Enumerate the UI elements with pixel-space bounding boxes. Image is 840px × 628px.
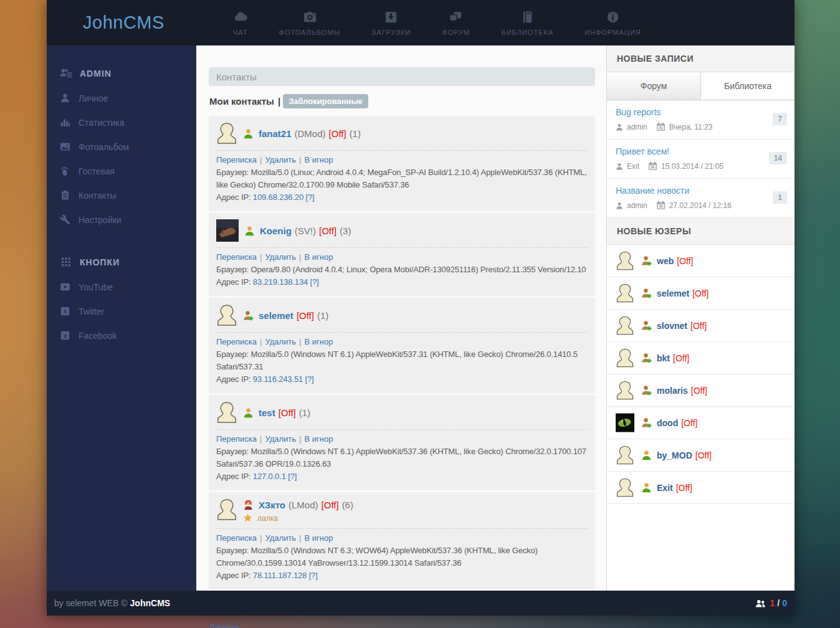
sidebar-item-statistics[interactable]: Статистика — [47, 110, 196, 135]
post-count-badge: 7 — [773, 113, 787, 125]
contact-name-link[interactable]: fanat21 — [259, 128, 292, 139]
action-delete-link[interactable]: Удалить — [265, 533, 296, 543]
johncms-logo[interactable]: JohnCMS — [83, 12, 188, 33]
ip-link[interactable]: 109.68.236.20 — [253, 193, 303, 202]
avatar[interactable] — [616, 250, 634, 271]
ip-link[interactable]: 93.116.243.51 — [253, 374, 303, 384]
action-messages-link[interactable]: Переписка — [216, 252, 257, 262]
avatar[interactable] — [216, 401, 237, 424]
user-status-icon — [243, 128, 254, 139]
sidebar-item-settings[interactable]: Настройки — [47, 207, 196, 232]
nav-item-information[interactable]: ИНФОРМАЦИЯ — [569, 10, 656, 36]
post-title-link[interactable]: Название новости — [616, 186, 786, 196]
avatar[interactable] — [616, 412, 634, 433]
blocked-button[interactable]: Заблокированные — [283, 94, 368, 108]
user-add-status-icon — [641, 320, 652, 331]
post-author: admin — [627, 201, 647, 210]
action-messages-link[interactable]: Переписка — [216, 155, 257, 164]
ip-help-link[interactable]: [?] — [306, 193, 315, 202]
contact-name-link[interactable]: selemet — [259, 310, 294, 321]
nav-item-chat[interactable]: ЧАТ — [217, 10, 264, 36]
ip-help-link[interactable]: [?] — [288, 472, 297, 481]
ip-link[interactable]: 127.0.0.1 — [253, 472, 286, 481]
user-add-status-icon — [641, 385, 652, 396]
action-messages-link[interactable]: Переписка — [216, 533, 257, 543]
action-messages-link[interactable]: Переписка — [216, 337, 257, 346]
nav-label: ФОТОАЛЬБОМЫ — [279, 29, 341, 36]
action-delete-link[interactable]: Удалить — [265, 252, 296, 262]
nav-item-photoalbums[interactable]: ФОТОАЛЬБОМЫ — [264, 10, 356, 36]
footer-brand-link[interactable]: JohnCMS — [130, 598, 171, 608]
user-name-link[interactable]: slovnet — [657, 321, 687, 331]
action-ignore-link[interactable]: В игнор — [304, 533, 333, 543]
action-ignore-link[interactable]: В игнор — [304, 155, 333, 164]
link-separator: | — [260, 337, 262, 346]
nav-label: ИНФОРМАЦИЯ — [585, 29, 641, 36]
post-title-link[interactable]: Bug reports — [616, 107, 786, 117]
sidebar-item-youtube[interactable]: YouTube — [47, 275, 196, 299]
avatar[interactable] — [616, 477, 634, 498]
user-add-status-icon — [243, 310, 254, 321]
tab-my-contacts[interactable]: Мои контакты — [209, 96, 274, 107]
sidebar-item-personal[interactable]: Личное — [47, 86, 196, 110]
sidebar-item-facebook[interactable]: Facebook — [47, 323, 196, 348]
person-icon — [616, 202, 623, 209]
user-name-link[interactable]: web — [657, 256, 674, 266]
avatar[interactable] — [216, 498, 237, 521]
avatar[interactable] — [216, 122, 237, 145]
contact-name-link[interactable]: ХЗкто — [259, 500, 285, 510]
nav-item-forum[interactable]: ФОРУМ — [426, 10, 485, 36]
user-name-link[interactable]: selemet — [657, 288, 689, 298]
contact-name-link[interactable]: test — [259, 407, 275, 418]
top-navbar: JohnCMS ЧАТ ФОТОАЛЬБОМЫ ЗАГРУЗКИ ФОРУМ Б… — [47, 0, 795, 45]
ip-help-link[interactable]: [?] — [310, 277, 319, 287]
sidebar-item-label: YouTube — [79, 282, 113, 292]
user-name-link[interactable]: molaris — [657, 386, 688, 396]
post-title-link[interactable]: Привет всем! — [616, 146, 786, 156]
action-ignore-link[interactable]: В игнор — [304, 337, 333, 346]
action-delete-link[interactable]: Удалить — [265, 155, 296, 164]
action-ignore-link[interactable]: В игнор — [304, 434, 333, 444]
user-name-link[interactable]: Exit — [657, 483, 673, 493]
grid-icon — [60, 257, 72, 267]
nav-item-library[interactable]: БИБЛИОТЕКА — [485, 10, 569, 36]
action-ignore-link[interactable]: В игнор — [304, 252, 333, 262]
main-menu: ЧАТ ФОТОАЛЬБОМЫ ЗАГРУЗКИ ФОРУМ БИБЛИОТЕК… — [217, 10, 657, 36]
ip-link[interactable]: 78.111.187.128 — [253, 571, 307, 580]
nav-item-downloads[interactable]: ЗАГРУЗКИ — [356, 10, 427, 36]
personal-link[interactable]: Личное — [209, 622, 239, 628]
avatar[interactable] — [616, 445, 634, 465]
avatar[interactable] — [616, 348, 634, 368]
link-separator: | — [299, 155, 301, 164]
user-name-link[interactable]: by_MOD — [657, 450, 692, 460]
sidebar-item-guestbook[interactable]: Гостевая — [47, 159, 196, 183]
user-name-link[interactable]: dood — [657, 418, 678, 428]
post-date: Вчера, 11:23 — [669, 123, 713, 131]
user-name-link[interactable]: bkt — [657, 353, 670, 363]
ip-help-link[interactable]: [?] — [305, 374, 314, 384]
tab-forum[interactable]: Форум — [607, 72, 701, 100]
sidebar-item-twitter[interactable]: Twitter — [47, 299, 196, 323]
action-messages-link[interactable]: Переписка — [216, 434, 257, 444]
new-posts-header: НОВЫЕ ЗАПИСИ — [607, 45, 795, 72]
calendar-icon — [648, 161, 657, 171]
avatar[interactable] — [616, 315, 634, 336]
contact-name-link[interactable]: Koenig — [260, 226, 292, 236]
tab-library[interactable]: Библиотека — [701, 72, 795, 100]
sidebar-item-contacts[interactable]: Контакты — [47, 183, 196, 207]
avatar[interactable] — [616, 283, 634, 303]
avatar[interactable] — [216, 219, 239, 242]
sidebar-item-photoalbum[interactable]: Фотоальбом — [47, 135, 196, 159]
ip-link[interactable]: 83.219.138.134 — [253, 277, 308, 287]
browser-label: Браузер: — [216, 447, 249, 456]
avatar[interactable] — [616, 380, 634, 401]
action-delete-link[interactable]: Удалить — [265, 434, 296, 444]
ip-help-link[interactable]: [?] — [309, 571, 318, 580]
person-icon — [616, 163, 623, 170]
avatar[interactable] — [216, 304, 237, 326]
bar-chart-icon — [60, 117, 70, 128]
action-delete-link[interactable]: Удалить — [265, 337, 296, 346]
page-title: Контакты — [209, 67, 595, 86]
ip-label: Адрес IP: — [216, 277, 251, 287]
contact-count: (6) — [342, 500, 353, 510]
